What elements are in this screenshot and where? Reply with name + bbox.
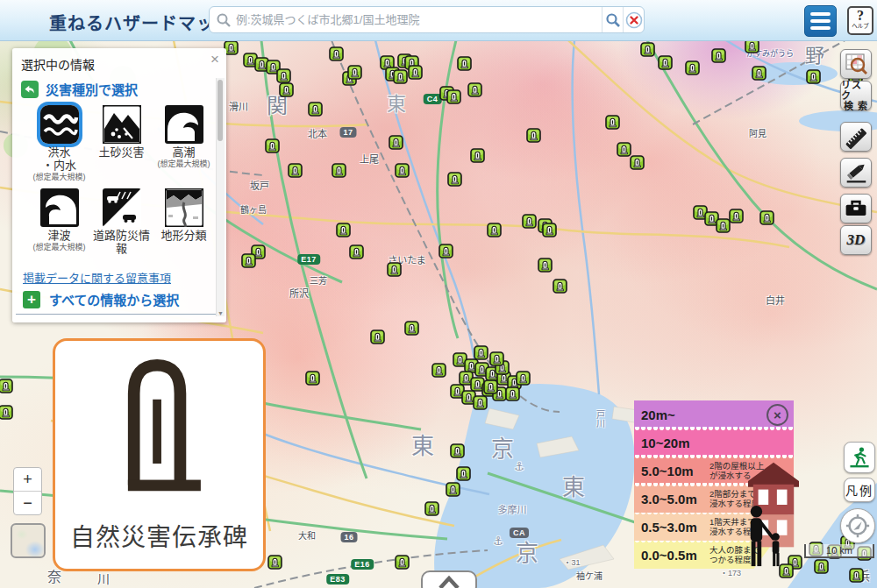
draw-button[interactable] bbox=[840, 158, 872, 188]
monument-marker[interactable] bbox=[483, 379, 498, 394]
hamburger-menu-button[interactable] bbox=[804, 5, 837, 37]
monument-marker[interactable] bbox=[516, 371, 531, 386]
help-button[interactable]: ? ヘルプ bbox=[847, 6, 873, 35]
monument-marker[interactable] bbox=[308, 102, 323, 117]
monument-marker[interactable] bbox=[467, 82, 482, 97]
map-place-label: 大和 bbox=[298, 528, 316, 542]
legend-close-button[interactable]: × bbox=[766, 404, 788, 426]
monument-marker[interactable] bbox=[685, 60, 700, 75]
monument-marker[interactable] bbox=[640, 42, 655, 57]
select-from-all-info[interactable]: + すべての情報から選択 bbox=[23, 290, 179, 308]
disaster-landslide[interactable]: 土砂災害 bbox=[90, 103, 153, 182]
map-place-label: 滑川 bbox=[229, 99, 248, 113]
monument-marker[interactable] bbox=[332, 163, 346, 178]
monument-marker[interactable] bbox=[393, 69, 408, 84]
monument-marker[interactable] bbox=[752, 66, 766, 81]
monument-marker[interactable] bbox=[447, 172, 462, 187]
risk-search-button[interactable] bbox=[840, 49, 872, 79]
disaster-flood[interactable]: 洪水 ・内水 (想定最大規模) bbox=[28, 103, 90, 182]
monument-marker[interactable] bbox=[305, 371, 320, 386]
monument-marker[interactable] bbox=[711, 48, 726, 63]
monument-marker[interactable] bbox=[395, 555, 410, 570]
monument-marker[interactable] bbox=[729, 209, 744, 223]
map-place-label: 三芳 bbox=[310, 273, 327, 287]
monument-marker[interactable] bbox=[605, 115, 620, 130]
monument-marker[interactable] bbox=[404, 321, 419, 336]
map-place-label: 東 bbox=[411, 428, 434, 460]
search-input[interactable] bbox=[210, 8, 602, 32]
monument-marker[interactable] bbox=[265, 138, 280, 153]
toolbox-icon bbox=[844, 196, 868, 221]
current-location-button[interactable] bbox=[840, 508, 875, 543]
monument-marker[interactable] bbox=[288, 163, 303, 178]
monument-marker[interactable] bbox=[431, 363, 446, 378]
terrain-icon bbox=[165, 188, 203, 227]
flood-icon bbox=[40, 105, 79, 144]
scale-bar: 10 km bbox=[804, 544, 874, 558]
panel-close-icon[interactable]: × bbox=[210, 52, 219, 67]
monument-marker[interactable] bbox=[347, 65, 362, 80]
monument-marker[interactable] bbox=[0, 405, 13, 420]
scrollbar-down-arrow[interactable]: ▼ bbox=[217, 310, 225, 316]
select-by-disaster-type[interactable]: 災害種別で選択 bbox=[21, 80, 138, 98]
monument-marker[interactable] bbox=[505, 386, 520, 401]
monument-marker[interactable] bbox=[0, 379, 13, 393]
monument-marker[interactable] bbox=[241, 253, 256, 268]
monument-marker[interactable] bbox=[473, 395, 488, 410]
monument-marker[interactable] bbox=[389, 135, 403, 150]
risk-search-label-button[interactable]: リスク 検 索 bbox=[840, 81, 872, 110]
legend-range: 3.0~5.0m bbox=[641, 492, 709, 507]
monument-marker[interactable] bbox=[470, 148, 485, 163]
monument-marker[interactable] bbox=[387, 262, 402, 277]
monument-marker[interactable] bbox=[542, 223, 557, 237]
monument-marker[interactable] bbox=[450, 443, 465, 458]
measure-button[interactable] bbox=[840, 122, 872, 152]
monument-marker[interactable] bbox=[424, 501, 439, 516]
monument-marker[interactable] bbox=[408, 65, 423, 80]
search-clear-button[interactable] bbox=[623, 7, 644, 32]
monument-marker[interactable] bbox=[267, 555, 282, 570]
tools-button[interactable] bbox=[840, 194, 872, 223]
monument-marker[interactable] bbox=[395, 163, 410, 178]
monument-marker[interactable] bbox=[474, 345, 488, 360]
monument-marker[interactable] bbox=[446, 89, 461, 104]
monument-marker[interactable] bbox=[457, 56, 472, 71]
disaster-storm-surge[interactable]: 高潮 (想定最大規模) bbox=[153, 103, 215, 182]
monument-marker[interactable] bbox=[849, 568, 864, 583]
monument-marker[interactable] bbox=[658, 55, 673, 70]
search-submit-button[interactable] bbox=[602, 7, 623, 32]
monument-marker[interactable] bbox=[438, 244, 453, 259]
monument-marker[interactable] bbox=[349, 244, 364, 259]
zoom-in-button[interactable]: + bbox=[14, 468, 41, 492]
monument-marker[interactable] bbox=[456, 466, 471, 481]
zoom-out-button[interactable]: − bbox=[14, 492, 41, 514]
monument-marker[interactable] bbox=[336, 223, 351, 237]
monument-marker[interactable] bbox=[553, 279, 567, 294]
evacuation-site-button[interactable] bbox=[844, 442, 875, 473]
scrollbar-thumb[interactable] bbox=[217, 80, 223, 141]
disaster-terrain[interactable]: 地形分類 bbox=[153, 186, 215, 255]
disaster-tsunami[interactable]: 津波 (想定最大規模) bbox=[28, 186, 90, 255]
panel-scrollbar[interactable]: ▼ bbox=[216, 78, 225, 316]
bottom-drawer-handle[interactable] bbox=[421, 570, 477, 588]
legend-toggle-button[interactable]: 凡例 bbox=[844, 478, 875, 502]
monument-marker[interactable] bbox=[329, 46, 344, 61]
data-notes-link[interactable]: 掲載データに関する留意事項 bbox=[23, 269, 171, 286]
monument-marker[interactable] bbox=[279, 82, 294, 97]
monument-marker[interactable] bbox=[814, 559, 829, 574]
monument-marker[interactable] bbox=[489, 351, 504, 366]
route-shield: E16 bbox=[351, 559, 374, 570]
overview-minimap[interactable] bbox=[11, 523, 46, 558]
monument-marker[interactable] bbox=[759, 210, 774, 225]
disaster-road-info[interactable]: 道路防災情報 bbox=[90, 186, 153, 255]
monument-marker[interactable] bbox=[487, 223, 502, 237]
monument-marker[interactable] bbox=[446, 482, 460, 497]
monument-marker[interactable] bbox=[806, 69, 821, 84]
monument-marker[interactable] bbox=[370, 329, 385, 344]
monument-marker[interactable] bbox=[538, 258, 553, 273]
monument-marker[interactable] bbox=[630, 155, 645, 170]
monument-marker[interactable] bbox=[522, 214, 537, 229]
monument-marker[interactable] bbox=[276, 68, 291, 83]
monument-marker[interactable] bbox=[526, 128, 541, 143]
threed-button[interactable]: 3D bbox=[840, 225, 872, 255]
